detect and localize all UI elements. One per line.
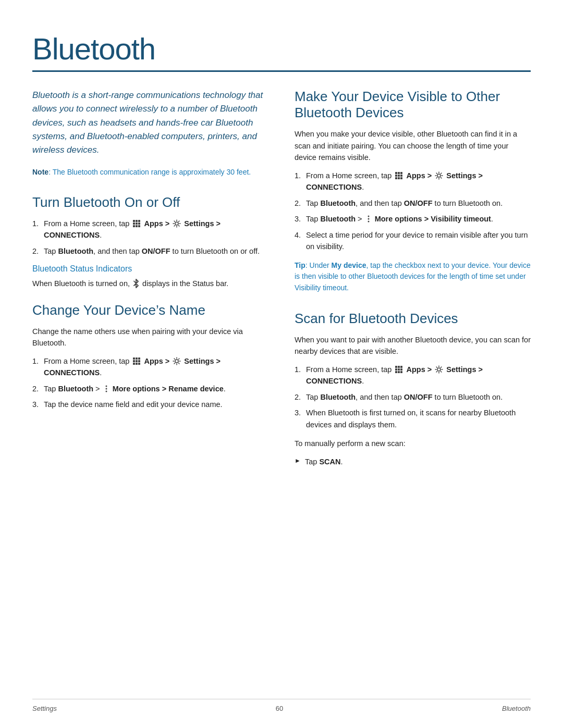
footer-left: Settings bbox=[32, 705, 57, 712]
step-text: Tap Bluetooth, and then tap ON/OFF to tu… bbox=[306, 393, 503, 401]
svg-rect-12 bbox=[138, 357, 140, 360]
make-visible-title: Make Your Device Visible to Other Blueto… bbox=[295, 89, 531, 121]
make-visible-steps: 1. From a Home screen, tap bbox=[295, 170, 531, 253]
change-name-steps: 1. From a Home screen, tap bbox=[32, 355, 268, 411]
step-text: Select a time period for your device to … bbox=[306, 231, 528, 251]
svg-rect-28 bbox=[400, 175, 402, 177]
scan-title: Scan for Bluetooth Devices bbox=[295, 311, 531, 327]
svg-rect-25 bbox=[400, 172, 402, 174]
svg-rect-23 bbox=[395, 172, 397, 174]
svg-rect-16 bbox=[133, 363, 135, 365]
onoff-bold: ON/OFF bbox=[142, 247, 170, 255]
turn-on-off-title: Turn Bluetooth On or Off bbox=[32, 194, 268, 211]
apps-icon bbox=[395, 365, 403, 374]
svg-rect-1 bbox=[136, 220, 138, 222]
step-num: 1. bbox=[32, 218, 39, 229]
apps-label: Apps > bbox=[406, 171, 434, 180]
svg-rect-30 bbox=[398, 177, 400, 179]
svg-rect-38 bbox=[400, 366, 402, 368]
tip-label: Tip bbox=[295, 261, 305, 269]
intro-paragraph: Bluetooth is a short-range communication… bbox=[32, 89, 268, 157]
bluetooth-bold: Bluetooth bbox=[320, 215, 356, 223]
my-device-bold: My device bbox=[332, 261, 366, 269]
svg-point-20 bbox=[105, 386, 107, 387]
svg-rect-27 bbox=[398, 175, 400, 177]
scan-intro: When you want to pair with another Bluet… bbox=[295, 334, 531, 357]
list-item: 1. From a Home screen, tap bbox=[295, 364, 531, 387]
step-num: 3. bbox=[295, 213, 301, 225]
step-num: 2. bbox=[295, 391, 301, 403]
note-paragraph: Note: The Bluetooth communication range … bbox=[32, 167, 268, 178]
bluetooth-bold: Bluetooth bbox=[320, 393, 356, 401]
step-num: 2. bbox=[295, 198, 301, 209]
svg-rect-44 bbox=[400, 371, 402, 373]
turn-on-off-steps: 1. From a Home screen, tap bbox=[32, 218, 268, 257]
step-text: From a Home screen, tap bbox=[44, 219, 221, 239]
settings-icon bbox=[435, 365, 443, 374]
step-text: Tap the device name field and edit your … bbox=[44, 400, 223, 409]
bluetooth-icon bbox=[133, 279, 139, 288]
onoff-bold: ON/OFF bbox=[404, 199, 433, 207]
step-num: 1. bbox=[295, 364, 301, 375]
svg-rect-13 bbox=[133, 360, 135, 362]
svg-rect-17 bbox=[136, 363, 138, 365]
list-item: 2. Tap Bluetooth > More options > Rename… bbox=[32, 383, 268, 394]
list-item: 3. Tap the device name field and edit yo… bbox=[32, 399, 268, 410]
bluetooth-bold: Bluetooth bbox=[58, 385, 93, 393]
svg-rect-8 bbox=[138, 225, 140, 227]
step-num: 1. bbox=[295, 170, 301, 181]
manual-scan-label: To manually perform a new scan: bbox=[295, 438, 531, 449]
svg-rect-40 bbox=[398, 368, 400, 371]
list-item: 1. From a Home screen, tap bbox=[32, 218, 268, 241]
settings-icon bbox=[173, 219, 181, 228]
step-text: Tap Bluetooth, and then tap ON/OFF to tu… bbox=[306, 199, 503, 207]
bluetooth-bold: Bluetooth bbox=[320, 199, 356, 207]
list-item: 2. Tap Bluetooth, and then tap ON/OFF to… bbox=[32, 245, 268, 257]
svg-point-35 bbox=[368, 221, 369, 223]
step-text: When Bluetooth is first turned on, it sc… bbox=[306, 409, 516, 428]
page-footer: Settings 60 Bluetooth bbox=[32, 699, 531, 712]
list-item: 1. From a Home screen, tap bbox=[295, 170, 531, 193]
scan-steps: 1. From a Home screen, tap bbox=[295, 364, 531, 430]
svg-point-34 bbox=[368, 218, 369, 220]
note-label: Note bbox=[32, 168, 48, 176]
tip-paragraph: Tip: Under My device, tap the checkbox n… bbox=[295, 260, 531, 294]
step-num: 2. bbox=[32, 245, 39, 257]
svg-point-19 bbox=[175, 360, 178, 363]
apps-label: Apps > bbox=[144, 357, 172, 365]
svg-rect-4 bbox=[136, 223, 138, 225]
apps-icon bbox=[132, 219, 141, 228]
svg-rect-3 bbox=[133, 223, 135, 225]
step-text: Tap Bluetooth, and then tap ON/OFF to tu… bbox=[44, 247, 260, 255]
svg-rect-36 bbox=[395, 366, 397, 368]
svg-point-21 bbox=[105, 388, 107, 390]
title-divider bbox=[32, 70, 531, 72]
change-name-section: Change Your Device’s Name Change the nam… bbox=[32, 302, 268, 411]
step-num: 1. bbox=[32, 355, 39, 367]
svg-point-32 bbox=[437, 174, 440, 177]
left-column: Bluetooth is a short-range communication… bbox=[32, 89, 268, 480]
page: Bluetooth Bluetooth is a short-range com… bbox=[0, 0, 563, 728]
svg-rect-31 bbox=[400, 177, 402, 179]
svg-rect-24 bbox=[398, 172, 400, 174]
more-options-icon bbox=[103, 385, 110, 393]
svg-rect-43 bbox=[398, 371, 400, 373]
svg-rect-6 bbox=[133, 225, 135, 227]
step-text: From a Home screen, tap bbox=[306, 171, 483, 191]
status-indicators-body: When Bluetooth is turned on, displays in… bbox=[32, 278, 268, 289]
svg-rect-29 bbox=[395, 177, 397, 179]
status-indicators-title: Bluetooth Status Indicators bbox=[32, 264, 268, 274]
list-item: 3. Tap Bluetooth > More options > Visibi… bbox=[295, 213, 531, 225]
main-content: Bluetooth is a short-range communication… bbox=[32, 89, 531, 480]
step-num: 2. bbox=[32, 383, 39, 394]
scan-action: Tap SCAN. bbox=[295, 456, 531, 467]
svg-rect-11 bbox=[136, 357, 138, 360]
footer-right: Bluetooth bbox=[502, 705, 531, 712]
more-options-icon bbox=[365, 215, 372, 223]
svg-rect-26 bbox=[395, 175, 397, 177]
page-title: Bluetooth bbox=[32, 31, 531, 66]
svg-rect-10 bbox=[133, 357, 135, 360]
list-item: 4. Select a time period for your device … bbox=[295, 229, 531, 253]
svg-point-45 bbox=[437, 368, 440, 371]
svg-rect-37 bbox=[398, 366, 400, 368]
